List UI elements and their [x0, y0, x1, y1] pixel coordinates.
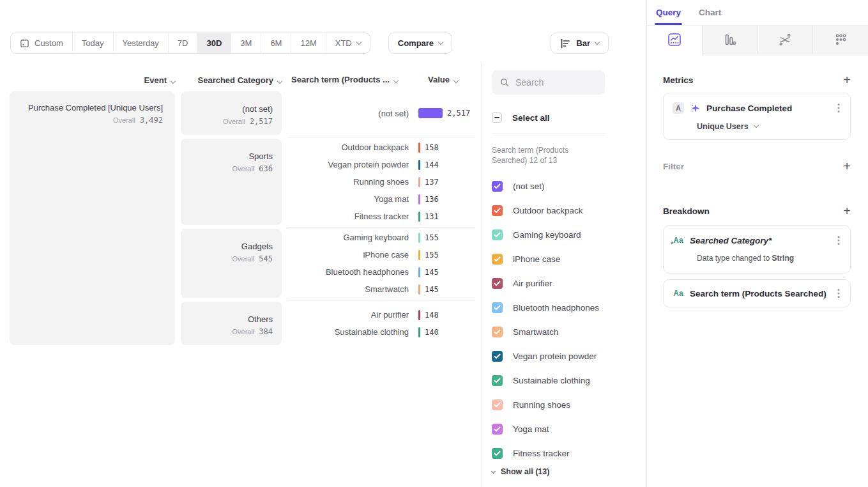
legend-item[interactable]: Running shoes: [492, 392, 646, 417]
range-today[interactable]: Today: [72, 33, 113, 53]
legend-item[interactable]: Air purifier: [492, 271, 646, 295]
term-label: Bluetooth headphones: [287, 267, 409, 277]
term-row[interactable]: (not set)2,517: [287, 105, 475, 122]
range-3m[interactable]: 3M: [231, 33, 261, 53]
legend-subtitle: Search term (Products Searched) 12 of 13: [492, 145, 597, 166]
checkbox[interactable]: [492, 424, 503, 435]
note-bold: String: [772, 254, 794, 263]
term-row[interactable]: Running shoes137: [287, 173, 475, 190]
category-cell[interactable]: GadgetsOverall545: [181, 229, 282, 298]
range-xtd[interactable]: XTD: [326, 33, 370, 53]
term-value: 136: [425, 195, 439, 204]
breakdown-card[interactable]: Aa Searched Category* Data type changed …: [663, 225, 851, 274]
bar-chart-icon: [560, 38, 571, 49]
kebab-icon[interactable]: [836, 287, 841, 300]
add-metric-button[interactable]: +: [843, 74, 851, 86]
select-all-row[interactable]: Select all: [492, 112, 646, 123]
term-row[interactable]: Yoga mat136: [287, 190, 475, 208]
kebab-icon[interactable]: [836, 234, 841, 247]
report-tab-funnels[interactable]: [702, 26, 758, 54]
value-bar: [418, 194, 420, 205]
term-label: Fitness tracker: [287, 212, 409, 221]
legend-item[interactable]: iPhone case: [492, 247, 646, 271]
chart-type-button[interactable]: Bar: [551, 33, 609, 54]
term-label: Sustainable clothing: [287, 327, 409, 337]
checkbox[interactable]: [492, 399, 503, 410]
checkbox[interactable]: [492, 254, 503, 265]
checkbox[interactable]: [492, 229, 503, 240]
breakdown-card[interactable]: Aa Search term (Products Searched): [663, 279, 851, 307]
category-overall-value: 384: [259, 327, 273, 336]
range-7d[interactable]: 7D: [168, 33, 197, 53]
aggregation-selector[interactable]: Unique Users: [697, 122, 841, 131]
text-type-icon: Aa: [673, 236, 684, 245]
term-row[interactable]: Fitness tracker131: [287, 208, 475, 225]
value-bar: [418, 250, 420, 260]
kebab-icon[interactable]: [836, 102, 841, 114]
legend-item[interactable]: Smartwatch: [492, 320, 646, 344]
range-30d[interactable]: 30D: [197, 33, 231, 53]
legend-item[interactable]: Fitness tracker: [492, 441, 646, 465]
range-label: 6M: [270, 38, 282, 48]
term-row[interactable]: Air purifier148: [287, 306, 475, 323]
value-bar: [418, 233, 420, 243]
term-row[interactable]: Smartwatch145: [287, 281, 475, 298]
checkbox[interactable]: [492, 205, 503, 216]
add-breakdown-button[interactable]: +: [843, 205, 851, 217]
compare-button[interactable]: Compare: [388, 33, 452, 54]
range-12m[interactable]: 12M: [291, 33, 325, 53]
term-row[interactable]: Gaming keyboard155: [287, 229, 475, 246]
legend-item[interactable]: Vegan protein powder: [492, 344, 646, 368]
term-row[interactable]: Bluetooth headphones145: [287, 263, 475, 281]
select-all-checkbox[interactable]: [492, 112, 502, 123]
overall-label: Overall: [232, 255, 254, 263]
value-bar: [418, 160, 420, 170]
report-tab-flows[interactable]: [758, 26, 813, 54]
value-bar: [418, 108, 443, 118]
header-search-term[interactable]: Search term (Products ...: [291, 75, 398, 84]
term-row[interactable]: Vegan protein powder144: [287, 156, 475, 173]
checkbox[interactable]: [492, 375, 503, 386]
legend-item[interactable]: Sustainable clothing: [492, 368, 646, 392]
checkbox[interactable]: [492, 327, 503, 337]
legend-item[interactable]: Yoga mat: [492, 417, 646, 441]
term-row[interactable]: iPhone case155: [287, 246, 475, 263]
category-cell[interactable]: SportsOverall636: [181, 139, 282, 225]
header-event[interactable]: Event: [10, 75, 175, 85]
breakdown-heading: Breakdown: [663, 206, 710, 216]
event-cell[interactable]: Purchase Completed [Unique Users] Overal…: [10, 91, 175, 345]
range-6m[interactable]: 6M: [261, 33, 291, 53]
tab-query[interactable]: Query: [656, 0, 681, 25]
checkbox[interactable]: [492, 181, 503, 192]
legend-item[interactable]: Bluetooth headphones: [492, 295, 646, 320]
overall-label: Overall: [232, 328, 254, 336]
range-yesterday[interactable]: Yesterday: [113, 33, 168, 53]
range-label: XTD: [335, 38, 352, 48]
term-row[interactable]: Sustainable clothing140: [287, 323, 475, 341]
tab-chart[interactable]: Chart: [699, 0, 721, 25]
category-cell[interactable]: (not set)Overall2,517: [181, 91, 282, 135]
checkbox[interactable]: [492, 448, 503, 459]
category-cell[interactable]: OthersOverall384: [181, 302, 282, 345]
legend-item[interactable]: (not set): [492, 174, 646, 198]
legend-panel: Select all Search term (Products Searche…: [482, 64, 646, 487]
chevron-down-icon: [277, 79, 282, 84]
metric-card[interactable]: A Purchase Completed Unique Users: [663, 93, 851, 140]
report-tab-insights[interactable]: [647, 26, 702, 54]
range-custom[interactable]: Custom: [11, 33, 72, 53]
checkbox[interactable]: [492, 302, 503, 313]
legend-item[interactable]: Gaming keyboard: [492, 222, 646, 247]
search-input[interactable]: [515, 77, 592, 88]
checkbox[interactable]: [492, 351, 503, 362]
legend-item-label: Outdoor backpack: [513, 206, 583, 215]
header-value[interactable]: Value: [428, 75, 458, 84]
checkbox[interactable]: [492, 278, 503, 289]
report-tab-retention[interactable]: [812, 26, 868, 54]
legend-item[interactable]: Outdoor backpack: [492, 198, 646, 222]
term-value: 137: [425, 178, 439, 187]
term-row[interactable]: Outdoor backpack158: [287, 139, 475, 156]
show-all-button[interactable]: Show all (13): [492, 467, 646, 476]
filter-heading: Filter: [663, 162, 684, 171]
header-searched-category[interactable]: Searched Category: [181, 75, 282, 85]
add-filter-button[interactable]: +: [843, 160, 851, 172]
